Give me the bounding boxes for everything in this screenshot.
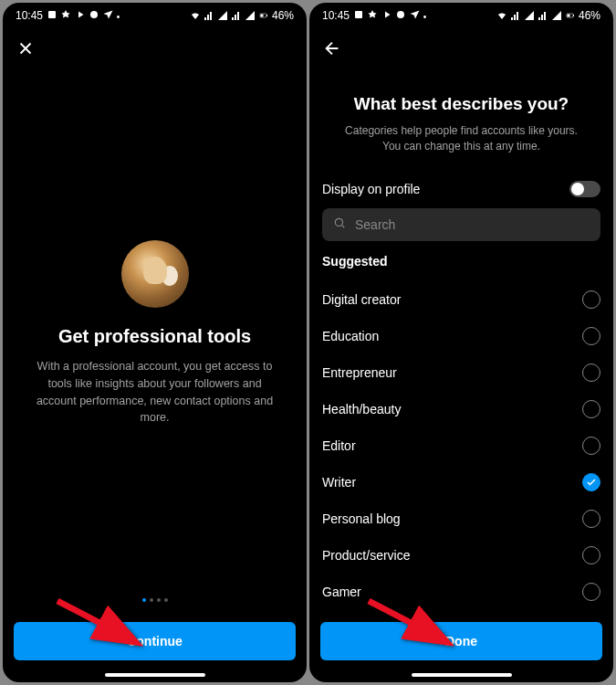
display-on-profile-toggle[interactable] [569,181,600,197]
status-icons-left: • [353,9,426,23]
signal-icon [524,10,535,21]
category-item[interactable]: Personal blog [309,501,613,537]
radio-icon[interactable] [582,583,600,601]
category-label: Writer [322,475,356,490]
signal-icon [551,10,562,21]
page-title: What best describes you? [331,94,591,114]
signal-icon [510,10,521,21]
close-icon[interactable] [16,38,36,58]
continue-button[interactable]: Continue [14,622,296,660]
svg-point-1 [90,11,98,18]
category-item[interactable]: Product/service [309,537,613,574]
signal-icon [217,10,228,21]
radio-icon[interactable] [582,364,600,382]
page-indicator [3,598,307,602]
status-bar: 10:45 • 46% [3,3,307,28]
page-subtitle: Categories help people find accounts lik… [335,123,588,155]
page-subtitle: With a professional account, you get acc… [28,358,281,427]
home-indicator[interactable] [412,673,512,677]
signal-icon [231,10,242,21]
done-button[interactable]: Done [320,622,602,660]
category-label: Personal blog [322,511,401,526]
status-time: 10:45 [16,9,43,22]
battery-text: 46% [272,9,294,22]
category-item[interactable]: Education [309,318,613,354]
wifi-icon [190,10,201,21]
category-label: Gamer [322,585,361,599]
svg-point-11 [335,218,342,226]
battery-icon [565,10,576,21]
category-label: Editor [322,438,356,453]
svg-rect-4 [266,15,267,16]
back-icon[interactable] [322,38,342,58]
svg-rect-9 [567,15,569,17]
search-field[interactable] [322,208,600,241]
battery-text: 46% [579,9,600,22]
search-icon [333,216,346,233]
category-item[interactable]: Health/beauty [309,391,613,427]
status-bar: 10:45 • 46% [309,3,613,28]
radio-icon[interactable] [582,510,600,528]
svg-point-7 [397,11,404,18]
radio-checked-icon[interactable] [582,473,600,491]
right-screen: 10:45 • 46% What best describes you [309,3,613,682]
status-icons-left: • [47,9,120,23]
category-item[interactable]: Gamer [309,574,613,610]
radio-icon[interactable] [582,546,600,564]
category-item[interactable]: Digital creator [309,281,613,318]
suggested-label: Suggested [309,254,613,281]
svg-rect-0 [48,11,56,18]
signal-icon [245,10,256,21]
category-label: Product/service [322,548,410,563]
category-item[interactable]: Editor [309,427,613,464]
avatar [121,240,189,308]
display-on-profile-label: Display on profile [322,182,420,196]
page-title: Get professional tools [58,326,251,347]
battery-icon [258,10,269,21]
category-label: Health/beauty [322,402,401,416]
category-label: Entrepreneur [322,365,397,380]
signal-icon [538,10,548,21]
svg-rect-10 [573,15,574,16]
category-item[interactable]: Entrepreneur [309,354,613,391]
search-input[interactable] [355,217,590,232]
radio-icon[interactable] [582,290,600,309]
wifi-icon [496,10,507,21]
signal-icon [204,10,214,21]
category-label: Digital creator [322,292,401,307]
svg-rect-6 [355,11,362,18]
radio-icon[interactable] [582,400,600,418]
home-indicator[interactable] [105,673,205,677]
category-item[interactable]: Writer [309,464,613,501]
status-time: 10:45 [322,9,350,22]
category-label: Education [322,329,379,343]
left-screen: 10:45 • 46% Get professional t [3,3,307,682]
svg-rect-3 [260,15,263,17]
radio-icon[interactable] [582,327,600,345]
radio-icon[interactable] [582,437,600,455]
